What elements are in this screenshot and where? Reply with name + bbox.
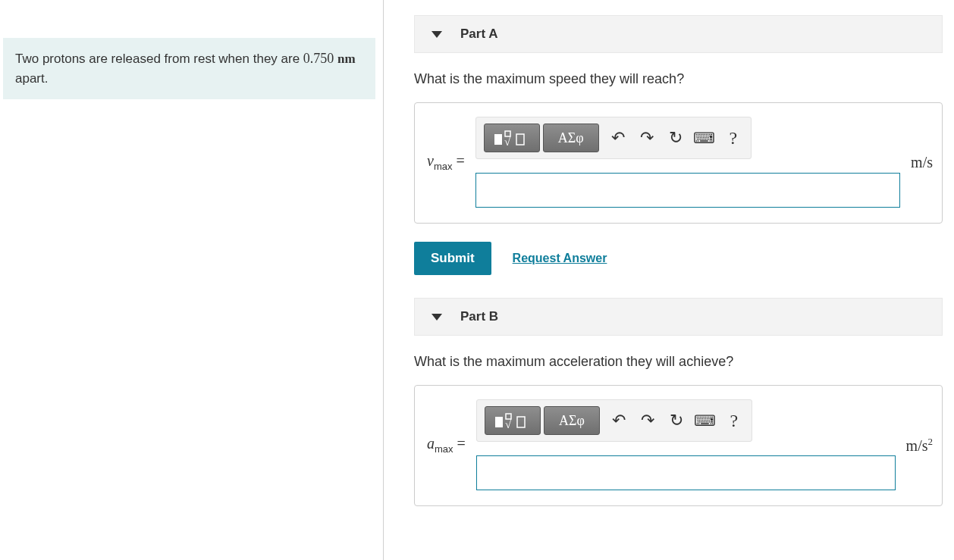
svg-rect-0 — [494, 134, 502, 145]
svg-text:√: √ — [505, 418, 512, 429]
svg-rect-3 — [516, 134, 524, 145]
help-icon[interactable]: ? — [723, 128, 743, 148]
svg-text:√: √ — [504, 136, 511, 146]
keyboard-icon[interactable]: ⌨ — [695, 128, 714, 148]
keyboard-icon[interactable]: ⌨ — [695, 411, 715, 430]
caret-down-icon — [431, 31, 442, 38]
problem-text-2: apart. — [15, 71, 48, 86]
problem-value: 0.750 — [303, 51, 334, 66]
part-a-input[interactable] — [475, 173, 900, 208]
reset-icon[interactable]: ↻ — [667, 411, 686, 430]
template-button[interactable]: √ — [484, 124, 540, 152]
part-a-header[interactable]: Part A — [414, 15, 943, 53]
problem-statement: Two protons are released from rest when … — [3, 38, 375, 99]
part-a-toolbar: √ ΑΣφ ↶ ↷ ↻ ⌨ — [475, 117, 752, 159]
part-a-answer-block: vmax = √ — [414, 102, 943, 224]
part-b-question: What is the maximum acceleration they wi… — [414, 354, 943, 370]
redo-icon[interactable]: ↷ — [638, 411, 657, 430]
undo-icon[interactable]: ↶ — [608, 128, 628, 148]
redo-icon[interactable]: ↷ — [637, 128, 657, 148]
submit-button[interactable]: Submit — [414, 242, 491, 275]
part-b-title: Part B — [460, 309, 498, 324]
part-b-toolbar: √ ΑΣφ ↶ ↷ ↻ ⌨ — [476, 399, 752, 442]
svg-rect-4 — [495, 417, 503, 427]
part-a-title: Part A — [460, 27, 497, 42]
part-b-header[interactable]: Part B — [414, 298, 943, 336]
part-b-variable: amax = — [427, 435, 466, 455]
part-b-answer-block: amax = √ — [414, 385, 943, 506]
template-button[interactable]: √ — [485, 406, 541, 435]
part-a-variable: vmax = — [427, 152, 465, 172]
undo-icon[interactable]: ↶ — [609, 411, 629, 430]
part-b-input[interactable] — [476, 455, 896, 490]
greek-button[interactable]: ΑΣφ — [543, 124, 599, 152]
request-answer-link[interactable]: Request Answer — [513, 252, 607, 265]
problem-text-1: Two protons are released from rest when … — [15, 52, 303, 66]
help-icon[interactable]: ? — [724, 411, 744, 430]
part-b-unit: m/s2 — [906, 436, 933, 455]
part-a-question: What is the maximum speed they will reac… — [414, 71, 943, 87]
greek-button[interactable]: ΑΣφ — [544, 406, 600, 435]
caret-down-icon — [431, 314, 442, 321]
reset-icon[interactable]: ↻ — [666, 128, 686, 148]
problem-unit: nm — [337, 52, 356, 66]
part-a-unit: m/s — [911, 154, 933, 171]
svg-rect-7 — [517, 417, 525, 427]
